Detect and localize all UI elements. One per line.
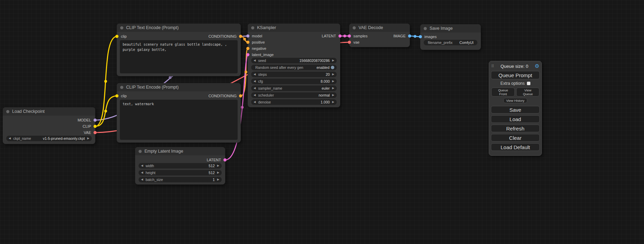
batch-size-widget[interactable]: ◀ batch_size 1 ▶ xyxy=(139,177,222,182)
increment-arrow-icon[interactable]: ▶ xyxy=(332,59,334,62)
latent-output-dot[interactable] xyxy=(223,159,227,162)
latent-image-input-dot[interactable] xyxy=(246,53,249,56)
conditioning-output-dot[interactable] xyxy=(239,94,242,98)
samples-input-dot[interactable] xyxy=(348,35,351,38)
decrement-arrow-icon[interactable]: ◀ xyxy=(254,73,256,76)
vae-input-dot[interactable] xyxy=(348,41,351,44)
extra-options-checkbox[interactable] xyxy=(527,82,530,85)
increment-arrow-icon[interactable]: ▶ xyxy=(332,101,334,103)
ckpt-name-widget[interactable]: ◀ ckpt_name v1-5-pruned-emaonly.ckpt ▶ xyxy=(6,136,92,141)
decrement-arrow-icon[interactable]: ◀ xyxy=(9,137,11,140)
collapse-dot-icon[interactable] xyxy=(120,26,123,29)
cfg-widget[interactable]: ◀ cfg 8.000 ▶ xyxy=(251,79,337,84)
seed-widget[interactable]: ◀ seed 156680208700286 ▶ xyxy=(251,58,337,63)
decrement-arrow-icon[interactable]: ◀ xyxy=(141,171,143,174)
latent-output-dot[interactable] xyxy=(338,35,342,38)
decrement-arrow-icon[interactable]: ◀ xyxy=(254,101,256,103)
scheduler-widget[interactable]: ◀ scheduler normal ▶ xyxy=(251,92,337,98)
collapse-dot-icon[interactable] xyxy=(424,27,427,30)
positive-input-dot[interactable] xyxy=(246,41,249,44)
decrement-arrow-icon[interactable]: ◀ xyxy=(141,178,143,181)
random-seed-toggle-widget[interactable]: Random seed after every gen enabled xyxy=(251,65,337,70)
toggle-dot-icon[interactable] xyxy=(331,66,334,69)
clear-button[interactable]: Clear xyxy=(491,134,540,142)
collapse-dot-icon[interactable] xyxy=(353,26,356,29)
input-label-clip: clip xyxy=(121,34,127,38)
node-save-image[interactable]: Save Image images filename_prefix ComfyU… xyxy=(420,24,481,50)
slot-row: clip CONDITIONING xyxy=(117,33,241,39)
height-widget[interactable]: ◀ height 512 ▶ xyxy=(139,170,222,175)
widget-label: Random seed after every gen xyxy=(255,65,303,70)
collapse-dot-icon[interactable] xyxy=(251,26,254,29)
link-midpoint-dot xyxy=(343,35,346,37)
widget-value: 20 xyxy=(326,72,330,76)
queue-prompt-button[interactable]: Queue Prompt xyxy=(491,71,540,79)
link-midpoint-dot xyxy=(104,80,107,83)
output-label-latent: LATENT xyxy=(322,34,336,38)
node-title: CLIP Text Encode (Prompt) xyxy=(126,25,179,30)
queue-front-button[interactable]: Queue Front xyxy=(491,88,515,97)
node-clip-text-encode-negative[interactable]: CLIP Text Encode (Prompt) clip CONDITION… xyxy=(117,83,241,143)
increment-arrow-icon[interactable]: ▶ xyxy=(217,164,219,167)
widget-value: 512 xyxy=(209,171,215,175)
conditioning-output-dot[interactable] xyxy=(239,35,242,38)
node-empty-latent-image[interactable]: Empty Latent Image LATENT ◀ width 512 ▶ … xyxy=(135,147,225,184)
node-graph-canvas[interactable]: Load Checkpoint MODEL CLIP VAE ◀ ckpt_na… xyxy=(0,0,644,244)
input-label-clip: clip xyxy=(121,94,127,98)
output-slot-model: MODEL xyxy=(3,117,95,123)
sampler-name-widget[interactable]: ◀ sampler_name euler ▶ xyxy=(251,85,337,91)
collapse-dot-icon[interactable] xyxy=(139,150,142,153)
node-vae-decode[interactable]: VAE Decode samples IMAGE vae xyxy=(349,24,410,47)
increment-arrow-icon[interactable]: ▶ xyxy=(332,80,334,83)
node-title-bar: CLIP Text Encode (Prompt) xyxy=(117,83,241,91)
node-title-bar: KSampler xyxy=(248,24,340,32)
clip-input-dot[interactable] xyxy=(115,35,118,38)
input-label-model: model xyxy=(252,34,262,38)
image-output-dot[interactable] xyxy=(408,35,411,38)
negative-prompt-textarea[interactable]: text, watermark xyxy=(120,100,238,140)
node-load-checkpoint[interactable]: Load Checkpoint MODEL CLIP VAE ◀ ckpt_na… xyxy=(3,107,95,144)
view-queue-button[interactable]: View Queue xyxy=(516,88,539,97)
decrement-arrow-icon[interactable]: ◀ xyxy=(254,87,256,90)
negative-input-dot[interactable] xyxy=(246,47,249,50)
model-input-dot[interactable] xyxy=(246,35,249,38)
save-button[interactable]: Save xyxy=(491,106,540,114)
drag-handle-icon[interactable]: ⠿ xyxy=(491,64,494,69)
decrement-arrow-icon[interactable]: ◀ xyxy=(254,80,256,83)
clip-input-dot[interactable] xyxy=(115,94,118,98)
width-widget[interactable]: ◀ width 512 ▶ xyxy=(139,163,222,169)
increment-arrow-icon[interactable]: ▶ xyxy=(332,87,334,90)
queue-panel: ⠿ Queue size: 0 ⚙ Queue Prompt Extra opt… xyxy=(489,61,542,156)
decrement-arrow-icon[interactable]: ◀ xyxy=(254,94,256,97)
refresh-button[interactable]: Refresh xyxy=(491,125,540,132)
denoise-widget[interactable]: ◀ denoise 1.000 ▶ xyxy=(251,99,337,105)
filename-prefix-widget[interactable]: filename_prefix ComfyUI xyxy=(424,40,477,45)
model-output-dot[interactable] xyxy=(94,119,97,122)
clip-output-dot[interactable] xyxy=(94,125,97,128)
vae-output-dot[interactable] xyxy=(94,131,97,134)
load-default-button[interactable]: Load Default xyxy=(491,143,540,151)
increment-arrow-icon[interactable]: ▶ xyxy=(332,94,334,97)
view-history-button[interactable]: View History xyxy=(503,98,527,103)
increment-arrow-icon[interactable]: ▶ xyxy=(332,73,334,76)
widget-value: ComfyUI xyxy=(459,40,474,45)
increment-arrow-icon[interactable]: ▶ xyxy=(217,178,219,181)
positive-prompt-textarea[interactable]: beautiful scenery nature glass bottle la… xyxy=(120,40,238,73)
decrement-arrow-icon[interactable]: ◀ xyxy=(141,164,143,167)
input-label-vae: vae xyxy=(353,40,360,44)
load-button[interactable]: Load xyxy=(491,115,540,123)
node-ksampler[interactable]: KSampler model LATENT positive negative … xyxy=(248,24,340,107)
output-label-conditioning: CONDITIONING xyxy=(209,34,237,38)
collapse-dot-icon[interactable] xyxy=(6,110,9,113)
output-label-clip: CLIP xyxy=(83,124,91,128)
steps-widget[interactable]: ◀ steps 20 ▶ xyxy=(251,72,337,77)
increment-arrow-icon[interactable]: ▶ xyxy=(217,171,219,174)
node-title: CLIP Text Encode (Prompt) xyxy=(126,85,179,90)
collapse-dot-icon[interactable] xyxy=(120,86,123,89)
images-input-dot[interactable] xyxy=(419,35,422,38)
node-clip-text-encode-positive[interactable]: CLIP Text Encode (Prompt) clip CONDITION… xyxy=(117,24,241,76)
settings-gear-icon[interactable]: ⚙ xyxy=(535,63,539,69)
decrement-arrow-icon[interactable]: ◀ xyxy=(254,59,256,62)
link-midpoint-dot xyxy=(169,76,171,79)
increment-arrow-icon[interactable]: ▶ xyxy=(87,137,89,140)
